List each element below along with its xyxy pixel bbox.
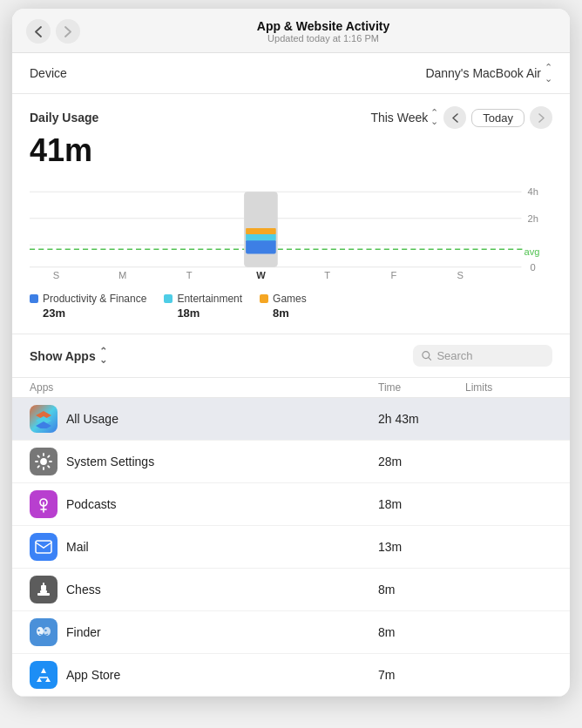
svg-text:0: 0 — [531, 262, 536, 273]
table-header: Apps Time Limits — [12, 378, 570, 398]
usage-section: Daily Usage This Week ⌃⌄ Today — [12, 94, 570, 334]
svg-text:M: M — [118, 270, 126, 280]
svg-text:W: W — [256, 270, 266, 280]
app-cell: All Usage — [30, 405, 378, 433]
app-icon-layers — [30, 405, 58, 433]
app-name: Mail — [66, 540, 89, 554]
games-label: Games — [273, 293, 307, 305]
apps-toolbar: Show Apps ⌃⌄ — [12, 334, 570, 378]
search-box — [413, 345, 552, 367]
table-row[interactable]: System Settings 28m — [12, 441, 570, 483]
usage-title: Daily Usage — [30, 111, 98, 125]
table-row[interactable]: App Store 7m — [12, 654, 570, 697]
show-apps-button[interactable]: Show Apps ⌃⌄ — [30, 347, 107, 365]
app-cell: System Settings — [30, 448, 378, 475]
svg-text:2h: 2h — [528, 213, 538, 224]
svg-text:S: S — [457, 270, 464, 280]
svg-rect-27 — [37, 593, 50, 596]
svg-text:F: F — [391, 270, 397, 280]
chart-container: 4h 2h avg 0 S M T W T F S — [30, 179, 552, 284]
app-icon-mail — [30, 533, 58, 561]
legend-entertainment: Entertainment 18m — [164, 293, 242, 320]
entertainment-label: Entertainment — [177, 293, 242, 305]
app-time: 8m — [378, 583, 465, 597]
app-time: 8m — [378, 625, 465, 639]
table-row[interactable]: Chess 8m — [12, 569, 570, 611]
show-apps-label: Show Apps — [30, 349, 96, 363]
app-name: System Settings — [66, 455, 154, 468]
window-subtitle: Updated today at 1:16 PM — [91, 33, 556, 44]
apps-section: Show Apps ⌃⌄ Apps Time Limits — [12, 334, 570, 697]
device-row: Device Danny's MacBook Air ⌃⌄ — [12, 53, 570, 94]
device-selector[interactable]: Danny's MacBook Air ⌃⌄ — [425, 62, 552, 84]
table-row[interactable]: All Usage 2h 43m — [12, 398, 570, 441]
app-cell: Podcasts — [30, 490, 378, 518]
app-time: 2h 43m — [378, 412, 465, 426]
table-row[interactable]: Finder 8m — [12, 611, 570, 654]
search-input[interactable] — [436, 349, 544, 362]
app-name: App Store — [66, 668, 120, 682]
chart-legend: Productivity & Finance 23m Entertainment… — [30, 293, 552, 325]
app-time: 7m — [378, 668, 465, 682]
svg-rect-11 — [246, 233, 276, 240]
svg-point-33 — [37, 630, 39, 631]
app-cell: Finder — [30, 618, 378, 646]
legend-games: Games 8m — [260, 293, 307, 320]
col-limits: Limits — [465, 381, 552, 394]
device-chevron-icon: ⌃⌄ — [545, 62, 552, 84]
app-name: Chess — [66, 583, 101, 597]
back-button[interactable] — [26, 19, 51, 44]
titlebar: App & Website Activity Updated today at … — [12, 9, 570, 53]
app-name: Finder — [66, 625, 101, 639]
svg-rect-26 — [36, 541, 51, 553]
week-selector[interactable]: This Week ⌃⌄ — [370, 109, 438, 126]
app-icon-chess — [30, 576, 58, 603]
games-dot — [260, 294, 268, 303]
search-icon — [422, 350, 431, 361]
device-label: Device — [30, 66, 67, 80]
app-time: 18m — [378, 497, 465, 511]
svg-text:avg: avg — [524, 246, 539, 257]
week-controls: This Week ⌃⌄ Today — [370, 106, 552, 129]
app-icon-finder — [30, 618, 58, 646]
app-icon-gear — [30, 448, 58, 475]
next-week-button[interactable] — [530, 106, 552, 129]
svg-rect-30 — [43, 583, 44, 586]
app-icon-appstore — [30, 661, 58, 689]
svg-rect-28 — [40, 590, 47, 593]
device-selected: Danny's MacBook Air — [425, 66, 541, 80]
title-info: App & Website Activity Updated today at … — [91, 19, 556, 44]
entertainment-time: 18m — [164, 307, 242, 320]
app-table: All Usage 2h 43m System Settings 28m Pod… — [12, 398, 570, 697]
table-row[interactable]: Podcasts 18m — [12, 483, 570, 526]
col-time: Time — [378, 381, 465, 394]
svg-text:4h: 4h — [528, 186, 538, 197]
today-button[interactable]: Today — [471, 109, 524, 127]
show-apps-chevron-icon: ⌃⌄ — [99, 347, 107, 365]
week-chevron-icon: ⌃⌄ — [430, 109, 438, 126]
usage-time: 41m — [30, 132, 552, 169]
games-time: 8m — [260, 307, 307, 320]
app-name: Podcasts — [66, 497, 117, 511]
productivity-label: Productivity & Finance — [43, 293, 146, 305]
forward-button[interactable] — [56, 19, 80, 44]
legend-productivity: Productivity & Finance 23m — [30, 293, 146, 320]
svg-rect-10 — [246, 239, 276, 253]
app-name: All Usage — [66, 412, 118, 426]
svg-text:T: T — [324, 270, 330, 280]
app-cell: Mail — [30, 533, 378, 561]
productivity-dot — [30, 294, 38, 303]
table-row[interactable]: Mail 13m — [12, 526, 570, 569]
svg-rect-12 — [246, 228, 276, 234]
week-label: This Week — [370, 111, 428, 125]
svg-point-34 — [44, 630, 46, 631]
app-icon-podcast — [30, 490, 58, 518]
svg-text:T: T — [186, 270, 193, 280]
entertainment-dot — [164, 294, 173, 303]
usage-header: Daily Usage This Week ⌃⌄ Today — [30, 106, 552, 129]
app-time: 13m — [378, 540, 465, 554]
usage-chart: 4h 2h avg 0 S M T W T F S — [30, 179, 552, 284]
main-window: App & Website Activity Updated today at … — [12, 9, 570, 697]
prev-week-button[interactable] — [443, 106, 466, 129]
nav-buttons — [26, 19, 80, 44]
